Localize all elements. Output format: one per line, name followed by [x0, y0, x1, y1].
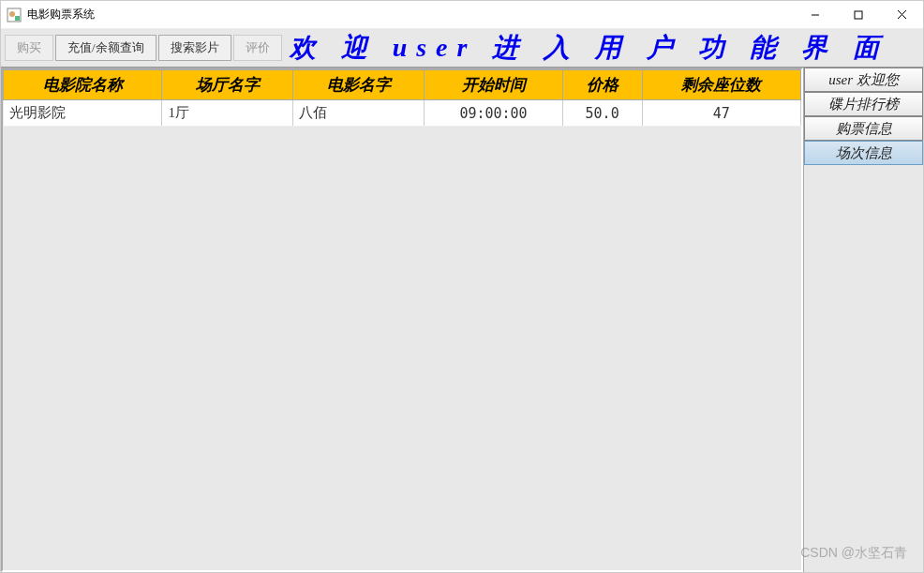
- cell-price: 50.0: [562, 100, 642, 127]
- recharge-button[interactable]: 充值/余额查询: [55, 35, 156, 61]
- side-panel: user 欢迎您 碟片排行榜 购票信息 场次信息: [803, 68, 923, 572]
- sidebar-tickets[interactable]: 购票信息: [804, 116, 923, 141]
- col-cinema[interactable]: 电影院名称: [4, 70, 162, 100]
- cell-movie: 八佰: [293, 100, 425, 127]
- col-movie[interactable]: 电影名字: [293, 70, 425, 100]
- sidebar-sessions[interactable]: 场次信息: [804, 141, 923, 165]
- col-hall[interactable]: 场厅名字: [162, 70, 293, 100]
- toolbar: 购买 充值/余额查询 搜索影片 评价 欢 迎 user 进 入 用 户 功 能 …: [1, 29, 923, 67]
- svg-rect-4: [855, 11, 862, 19]
- close-button[interactable]: [880, 1, 923, 29]
- window-title: 电影购票系统: [27, 7, 794, 23]
- sidebar-ranking[interactable]: 碟片排行榜: [804, 92, 923, 116]
- search-movie-button[interactable]: 搜索影片: [158, 35, 231, 61]
- toolbar-buttons: 购买 充值/余额查询 搜索影片 评价: [1, 29, 286, 67]
- app-icon: [7, 8, 22, 23]
- table-row[interactable]: 光明影院 1厅 八佰 09:00:00 50.0 47: [4, 100, 801, 127]
- titlebar: 电影购票系统: [1, 1, 923, 29]
- cell-start: 09:00:00: [425, 100, 562, 127]
- minimize-button[interactable]: [794, 1, 837, 29]
- table-header-row: 电影院名称 场厅名字 电影名字 开始时间 价格 剩余座位数: [4, 70, 801, 100]
- review-button[interactable]: 评价: [233, 35, 282, 61]
- cell-hall: 1厅: [162, 100, 293, 127]
- sessions-table: 电影院名称 场厅名字 电影名字 开始时间 价格 剩余座位数 光明影院 1厅 八佰…: [3, 69, 801, 127]
- svg-rect-2: [15, 16, 20, 21]
- maximize-button[interactable]: [837, 1, 880, 29]
- cell-seats: 47: [642, 100, 800, 127]
- col-seats[interactable]: 剩余座位数: [642, 70, 800, 100]
- col-start[interactable]: 开始时间: [425, 70, 562, 100]
- app-window: 电影购票系统 购买 充值/余额查询 搜索影片 评价 欢 迎 user 进 入 用…: [0, 0, 924, 573]
- main-panel: 电影院名称 场厅名字 电影名字 开始时间 价格 剩余座位数 光明影院 1厅 八佰…: [1, 68, 803, 572]
- col-price[interactable]: 价格: [562, 70, 642, 100]
- buy-button[interactable]: 购买: [5, 35, 53, 61]
- window-controls: [794, 1, 923, 29]
- welcome-banner: 欢 迎 user 进 入 用 户 功 能 界 面: [286, 29, 923, 67]
- svg-point-1: [9, 11, 15, 17]
- cell-cinema: 光明影院: [4, 100, 162, 127]
- sidebar-welcome[interactable]: user 欢迎您: [804, 68, 923, 92]
- content-area: 电影院名称 场厅名字 电影名字 开始时间 价格 剩余座位数 光明影院 1厅 八佰…: [1, 67, 923, 572]
